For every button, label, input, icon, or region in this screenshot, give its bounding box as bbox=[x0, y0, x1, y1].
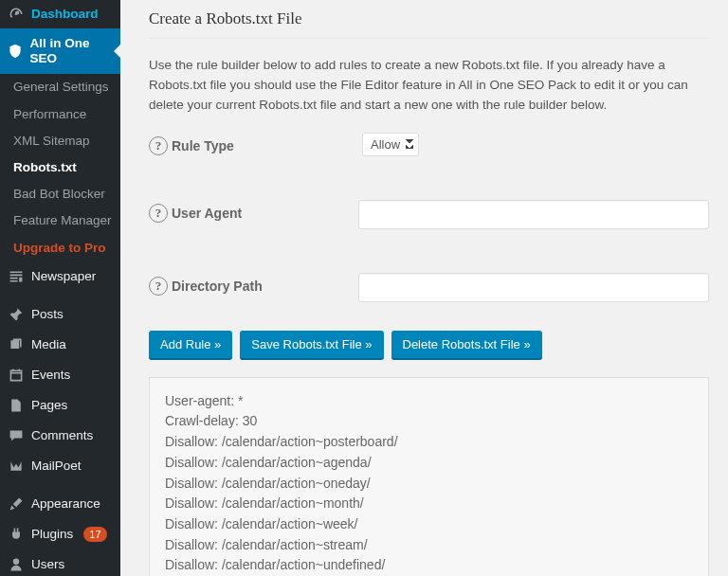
shield-icon bbox=[8, 43, 24, 60]
newspaper-icon bbox=[8, 268, 25, 285]
mailpoet-icon bbox=[8, 458, 25, 475]
sidebar-sub-sitemap[interactable]: XML Sitemap bbox=[0, 128, 120, 154]
sidebar-item-comments[interactable]: Comments bbox=[0, 421, 120, 451]
panel-title: Create a Robots.txt File bbox=[149, 4, 709, 39]
comment-icon bbox=[8, 427, 25, 444]
label-directory-path: Directory Path bbox=[172, 279, 263, 294]
button-row: Add Rule » Save Robots.txt File » Delete… bbox=[149, 331, 709, 360]
sidebar-label: Posts bbox=[31, 307, 64, 322]
sidebar-item-events[interactable]: Events bbox=[0, 360, 120, 390]
sidebar-label: Appearance bbox=[31, 496, 100, 512]
media-icon bbox=[8, 336, 25, 353]
sidebar-label: Media bbox=[31, 337, 66, 352]
panel-intro: Use the rule builder below to add rules … bbox=[149, 56, 708, 116]
sidebar-sub-performance[interactable]: Performance bbox=[0, 101, 120, 128]
sidebar-label: MailPoet bbox=[31, 459, 82, 474]
add-rule-button[interactable]: Add Rule » bbox=[149, 331, 232, 360]
calendar-icon bbox=[8, 367, 25, 384]
sidebar-item-users[interactable]: Users bbox=[0, 549, 120, 576]
label-user-agent: User Agent bbox=[172, 206, 242, 221]
help-icon[interactable]: ? bbox=[149, 204, 168, 223]
sidebar-item-posts[interactable]: Posts bbox=[0, 299, 120, 330]
sidebar-label: Comments bbox=[31, 428, 93, 443]
sidebar-label: Newspaper bbox=[31, 269, 96, 284]
sidebar-item-newspaper[interactable]: Newspaper bbox=[0, 261, 120, 292]
label-rule-type: Rule Type bbox=[172, 138, 234, 153]
sidebar-label: All in One SEO bbox=[30, 36, 113, 66]
row-rule-type: ? Rule Type Allow bbox=[149, 133, 709, 156]
sidebar-label: Events bbox=[31, 368, 70, 383]
dashboard-icon bbox=[8, 6, 25, 23]
sidebar-sub-general[interactable]: General Settings bbox=[0, 74, 120, 100]
sidebar-label: Pages bbox=[31, 398, 67, 413]
sidebar-label: Plugins bbox=[31, 527, 73, 542]
pin-icon bbox=[8, 306, 25, 323]
sidebar-item-media[interactable]: Media bbox=[0, 330, 120, 360]
sidebar-item-pages[interactable]: Pages bbox=[0, 390, 120, 421]
sidebar-sub-upgrade[interactable]: Upgrade to Pro bbox=[0, 235, 120, 261]
admin-sidebar: Dashboard All in One SEO General Setting… bbox=[0, 0, 120, 576]
main-panel: Create a Robots.txt File Use the rule bu… bbox=[120, 0, 728, 576]
user-agent-input[interactable] bbox=[358, 200, 709, 229]
user-icon bbox=[8, 556, 25, 573]
help-icon[interactable]: ? bbox=[149, 277, 168, 296]
sidebar-sub-badbot[interactable]: Bad Bot Blocker bbox=[0, 181, 120, 207]
delete-robots-button[interactable]: Delete Robots.txt File » bbox=[391, 331, 542, 360]
sidebar-label: Users bbox=[31, 557, 64, 572]
sidebar-item-plugins[interactable]: Plugins 17 bbox=[0, 519, 120, 549]
sidebar-sub-robots[interactable]: Robots.txt bbox=[0, 154, 120, 181]
rule-type-select[interactable]: Allow bbox=[362, 133, 419, 156]
page-icon bbox=[8, 397, 25, 414]
save-robots-button[interactable]: Save Robots.txt File » bbox=[240, 331, 383, 360]
robots-preview: User-agent: * Crawl-delay: 30 Disallow: … bbox=[149, 377, 709, 576]
directory-path-input[interactable] bbox=[358, 273, 709, 302]
row-directory-path: ? Directory Path bbox=[149, 273, 709, 302]
help-icon[interactable]: ? bbox=[149, 136, 168, 155]
sidebar-item-dashboard[interactable]: Dashboard bbox=[0, 0, 120, 28]
plugins-update-badge: 17 bbox=[83, 527, 106, 542]
plugin-icon bbox=[8, 526, 25, 543]
sidebar-sub-featuremgr[interactable]: Feature Manager bbox=[0, 207, 120, 234]
sidebar-item-mailpoet[interactable]: MailPoet bbox=[0, 451, 120, 481]
sidebar-item-aioseo[interactable]: All in One SEO bbox=[0, 28, 120, 74]
row-user-agent: ? User Agent bbox=[149, 200, 709, 229]
brush-icon bbox=[8, 495, 25, 513]
sidebar-label: Dashboard bbox=[31, 7, 99, 22]
sidebar-item-appearance[interactable]: Appearance bbox=[0, 489, 120, 519]
